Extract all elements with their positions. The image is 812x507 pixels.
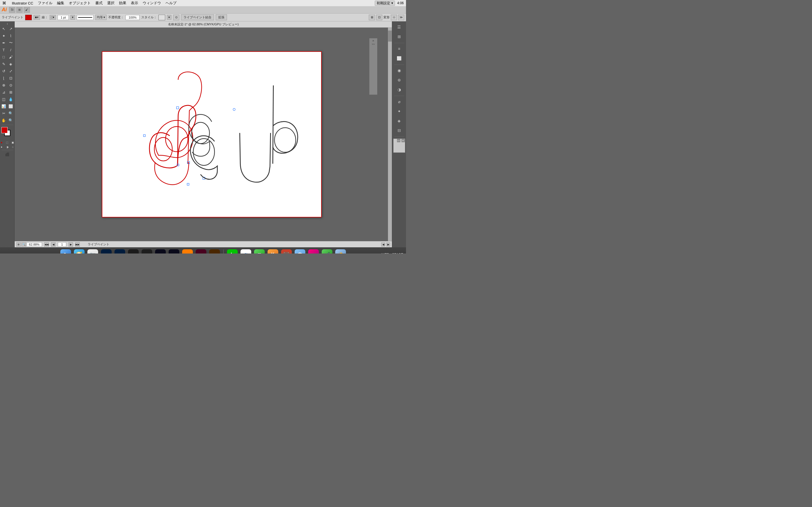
stroke-style-preview[interactable] xyxy=(77,15,94,20)
brush-button[interactable]: 🖌 xyxy=(24,7,30,13)
status-arrow-left[interactable]: ◀ xyxy=(381,242,385,246)
shape-builder-tool[interactable]: ⊕ xyxy=(0,82,7,89)
dock-photos[interactable]: 📷 xyxy=(87,249,99,253)
prev-page-btn[interactable]: ◀ xyxy=(51,242,56,247)
vertical-scrollbar[interactable] xyxy=(388,27,392,241)
dock-finder[interactable]: 🗂 xyxy=(60,249,71,253)
dock-itunes[interactable]: ♫ xyxy=(308,249,319,253)
menu-effect[interactable]: 効果 xyxy=(119,1,126,6)
dock-hancom[interactable]: 한 xyxy=(240,249,252,253)
artboard[interactable] xyxy=(102,51,322,217)
menu-window[interactable]: ウィンドウ xyxy=(143,1,161,6)
properties-panel-btn[interactable]: ☰ xyxy=(394,22,404,32)
appearance-panel-btn[interactable]: ◈ xyxy=(394,116,404,125)
dock-indesign[interactable]: Id xyxy=(195,249,207,253)
dock-photobooth[interactable]: 📸 xyxy=(335,249,347,253)
layer-panel-btn[interactable]: ≡ xyxy=(394,44,404,53)
st-button[interactable]: St xyxy=(9,7,15,13)
menu-type[interactable]: 書式 xyxy=(95,1,103,6)
dock-illustrator[interactable]: Ai xyxy=(182,249,193,253)
dock-bridge[interactable]: Br xyxy=(141,249,153,253)
fill-selector[interactable]: ■▾ xyxy=(34,15,40,20)
artboards-panel-btn[interactable]: ⬜ xyxy=(394,54,404,63)
stroke-panel-btn[interactable]: ⌀ xyxy=(394,97,404,106)
taskbar-space-btn[interactable]: SPACE xyxy=(392,252,403,253)
toolbar-options-icon[interactable]: ≫ xyxy=(398,15,404,20)
hand-tool[interactable]: ✋ xyxy=(0,117,7,124)
opacity-input[interactable] xyxy=(125,15,140,20)
expand-button[interactable]: 拡張 xyxy=(216,14,227,20)
dock-facetime[interactable]: 📹 xyxy=(321,249,333,253)
page-number-input[interactable] xyxy=(58,242,66,247)
curvature-tool[interactable]: 〜 xyxy=(7,40,14,46)
dock-lightroom[interactable]: Lr xyxy=(114,249,126,253)
align-icon[interactable]: ⊞ xyxy=(369,15,375,20)
grid-button[interactable]: ⊞ xyxy=(16,7,22,13)
mesh-tool[interactable]: ⊞ xyxy=(7,89,14,96)
zoom-options-btn[interactable]: ⊕ xyxy=(16,242,21,247)
stroke-style-dropdown[interactable]: 均等▾ xyxy=(95,15,107,20)
dock-keynote[interactable]: K xyxy=(267,249,279,253)
fill-color-picker[interactable] xyxy=(25,15,32,20)
stroke-width-input[interactable] xyxy=(57,15,69,20)
first-page-btn[interactable]: ◀◀ xyxy=(44,242,49,247)
menu-object[interactable]: オブジェクト xyxy=(69,1,91,6)
style-selector[interactable]: ▾ xyxy=(167,15,171,20)
dock-animate[interactable]: An xyxy=(128,249,139,253)
menu-file[interactable]: ファイル xyxy=(38,1,52,6)
menu-help[interactable]: ヘルプ xyxy=(165,1,176,6)
dock-bear[interactable]: 🐻 xyxy=(281,249,292,253)
workspace-selector[interactable]: 初期設定 ▾ xyxy=(375,1,395,6)
graph-tool[interactable]: 📊 xyxy=(0,103,7,110)
livepaint-tool[interactable]: ⊙ xyxy=(7,82,14,89)
type-tool[interactable]: T xyxy=(0,47,7,53)
paintbrush-tool[interactable]: 🖌 xyxy=(7,54,14,60)
zoom-control[interactable]: ⊕ 🔍 xyxy=(16,242,42,247)
menu-edit[interactable]: 編集 xyxy=(57,1,64,6)
graphic-styles-panel-btn[interactable]: ✦ xyxy=(394,107,404,116)
transform-icon[interactable]: ⊹ xyxy=(391,15,397,20)
stroke-selector[interactable]: □▾ xyxy=(50,15,56,20)
pen-tool[interactable]: ✒ xyxy=(0,40,7,46)
taskbar-web-btn[interactable]: WEB xyxy=(382,252,389,253)
line-tool[interactable]: / xyxy=(7,47,14,53)
magic-wand-tool[interactable]: ✦ xyxy=(0,33,7,39)
stroke-width-selector[interactable]: ▾ xyxy=(70,15,75,20)
close-collapsed-panel-btn[interactable]: ✕ xyxy=(372,40,374,42)
color-panel-btn[interactable]: ◉ xyxy=(394,66,404,75)
artboard-tool[interactable]: ⬜ xyxy=(7,103,14,110)
align-panel-btn[interactable]: ⊟ xyxy=(394,126,404,135)
zoom-input[interactable] xyxy=(27,242,42,247)
zoom-icon[interactable]: 🔍 xyxy=(21,242,26,247)
merge-livepaint-button[interactable]: ライブペイント結合 xyxy=(181,14,214,20)
rect-tool[interactable]: □ xyxy=(0,54,7,60)
next-page-btn[interactable]: ▶ xyxy=(68,242,73,247)
expand-collapsed-panel-btn[interactable]: >> xyxy=(372,43,375,46)
dock-aftereffects[interactable]: Ae xyxy=(154,249,166,253)
zoom-tool[interactable]: 🔍 xyxy=(7,110,14,117)
lasso-tool[interactable]: ⌇ xyxy=(7,33,14,39)
pencil-tool[interactable]: ✎ xyxy=(0,61,7,67)
mini-panel-close[interactable]: ✕ xyxy=(402,139,405,142)
dock-line[interactable]: L xyxy=(226,249,238,253)
slice-tool[interactable]: ✂ xyxy=(0,110,7,117)
mini-panel-expand[interactable]: >> xyxy=(397,139,400,142)
gradient-tool[interactable]: ◫ xyxy=(0,96,7,103)
style-icon-btn[interactable]: ⊙ xyxy=(173,15,179,20)
swatches-panel-btn[interactable]: ⊛ xyxy=(394,75,404,84)
menu-illustrator[interactable]: Illustrator CC xyxy=(12,1,33,5)
libraries-panel-btn[interactable]: ⊞ xyxy=(394,32,404,41)
dock-photoshop[interactable]: Ps xyxy=(100,249,112,253)
dock-safari[interactable]: 🧭 xyxy=(73,249,85,253)
select-tool[interactable]: ↖ xyxy=(0,25,7,32)
dock-premiere[interactable]: Pr xyxy=(168,249,180,253)
dock-numbers[interactable]: ⊞ xyxy=(253,249,265,253)
gradient-btn[interactable]: ◑ xyxy=(5,145,10,149)
zoom-tool2[interactable]: 🔍 xyxy=(7,117,14,124)
perspective-tool[interactable]: ⊿ xyxy=(0,89,7,96)
canvas-area[interactable]: 名称未設定-1* @ 62.88% (CMYK/GPU プレビュー) xyxy=(15,21,392,247)
dock-preview[interactable]: 👁 xyxy=(294,249,306,253)
color-btn[interactable]: ● xyxy=(0,145,4,149)
scale-tool[interactable]: ⤢ xyxy=(7,68,14,74)
eyedropper-tool[interactable]: 💧 xyxy=(7,96,14,103)
